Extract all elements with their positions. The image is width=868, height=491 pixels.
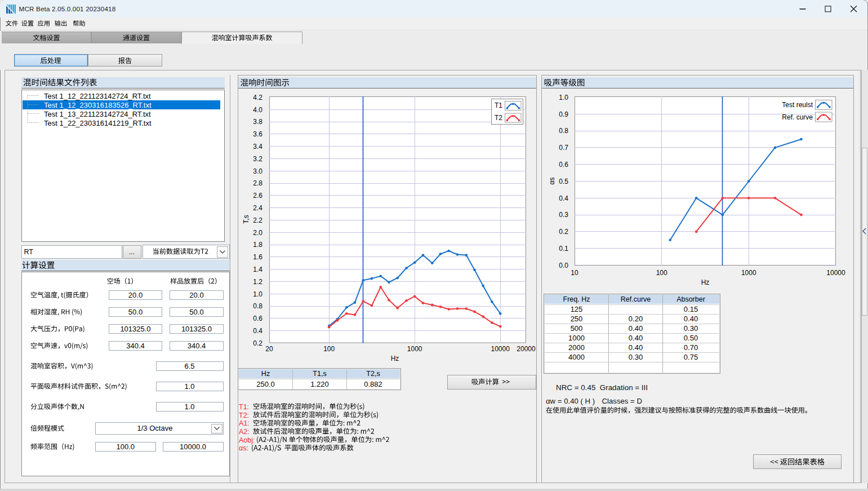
svg-text:Hz: Hz bbox=[701, 278, 710, 286]
svg-text:1.0: 1.0 bbox=[559, 94, 568, 101]
svg-text:0.7: 0.7 bbox=[559, 144, 568, 152]
svg-text:0.3: 0.3 bbox=[559, 211, 568, 219]
svg-text:0.1: 0.1 bbox=[559, 245, 568, 253]
svg-text:0.9: 0.9 bbox=[559, 110, 568, 118]
svg-text:100: 100 bbox=[656, 269, 667, 277]
svg-text:αs: αs bbox=[548, 178, 556, 185]
svg-text:0.4: 0.4 bbox=[559, 194, 568, 202]
svg-text:0.0: 0.0 bbox=[559, 262, 568, 269]
svg-text:Ref. curve: Ref. curve bbox=[782, 113, 813, 121]
svg-text:0.8: 0.8 bbox=[559, 127, 568, 135]
svg-text:10: 10 bbox=[571, 269, 578, 277]
svg-text:10000: 10000 bbox=[826, 269, 845, 277]
svg-text:0.5: 0.5 bbox=[559, 178, 568, 185]
svg-text:1000: 1000 bbox=[741, 269, 756, 277]
svg-text:0.6: 0.6 bbox=[559, 161, 568, 169]
svg-text:Test reulst: Test reulst bbox=[782, 101, 813, 109]
svg-text:0.2: 0.2 bbox=[559, 228, 568, 236]
